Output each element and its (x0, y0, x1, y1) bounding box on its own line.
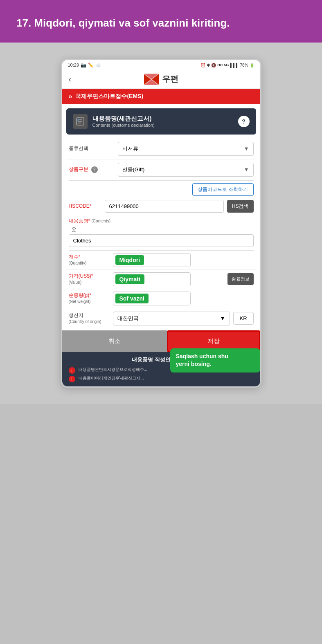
barcode-lookup-button[interactable]: 상품바코드로 조회하기 (192, 183, 253, 196)
contents-row: 내용품명* (Contents) 옷 (66, 216, 256, 250)
value-row: 가격(US$)* (Value) Qiymati 환율정보 (66, 270, 256, 289)
type-select-label: 종류선택 (69, 145, 118, 152)
country-label: 생산지 (Country of origin) (69, 312, 110, 325)
quantity-field-container: Miqdori (113, 253, 254, 267)
type-select-arrow-icon: ▼ (244, 146, 249, 152)
tooltip-text: Saqlash uchun shu yerni bosing. (176, 353, 228, 368)
save-button-container: 저장 Saqlash uchun shu yerni bosing. (167, 330, 260, 352)
camera-icon: 📷 (81, 63, 86, 68)
contents-field-label: 내용품명* (Contents) (69, 218, 111, 224)
weight-label: 순중량(g)* (Net weight) (69, 292, 110, 305)
type-select-control[interactable]: 비서류 ▼ (118, 142, 254, 156)
content-header-title: 내용품명(세관신고서) (92, 115, 155, 123)
country-row: 생산지 (Country of origin) 대한민국 ▼ KR (66, 308, 256, 329)
back-button[interactable]: ‹ (69, 74, 72, 84)
page-title: 17. Miqdori, qiymati va sof vaznini kiri… (16, 16, 306, 30)
status-bar: 10:29 📷 ✏️ ☁️ ⏰ ✱ 🔇 HD 5G ▌▌▌ 78% 🔋 (62, 60, 260, 70)
product-type-row: 상품구분 ? 선물(Gift) ▼ (66, 159, 256, 180)
product-type-select-box[interactable]: 선물(Gift) ▼ (118, 163, 254, 177)
product-type-arrow-icon: ▼ (244, 166, 249, 173)
status-left: 10:29 📷 ✏️ ☁️ (68, 63, 101, 68)
alarm-icon: ⏰ (200, 63, 205, 67)
value-label: 가격(US$)* (Value) (69, 273, 110, 285)
info-icon-1: i (69, 367, 75, 374)
cloud-icon: ☁️ (95, 63, 101, 68)
contents-required-mark: * (88, 218, 90, 224)
product-type-help-icon[interactable]: ? (91, 166, 98, 173)
contents-label-row: 내용품명* (Contents) (69, 218, 254, 224)
content-header: 내용품명(세관신고서) Contents (customs declaratio… (66, 108, 256, 135)
quantity-highlight-label: Miqdori (115, 255, 144, 265)
hd-icon: HD (217, 63, 223, 67)
header-banner: 17. Miqdori, qiymati va sof vaznini kiri… (0, 0, 322, 43)
bottom-info-item-2: i 내용품이여러개인경우'세관신고서... (69, 375, 254, 382)
weight-row: 순중량(g)* (Net weight) Sof vazni (66, 289, 256, 308)
section-header-label: 국제우편스마트접수(EMS) (75, 93, 143, 100)
post-logo-icon (144, 74, 159, 85)
save-tooltip: Saqlash uchun shu yerni bosing. (170, 348, 260, 372)
type-select-box[interactable]: 비서류 ▼ (118, 142, 254, 156)
battery-display: 78% (240, 63, 248, 67)
checklist-icon (73, 114, 88, 129)
country-code-display: KR (233, 312, 254, 325)
bottom-info-text-1: 내용품명은반드시영문으로작성해주... (79, 367, 147, 372)
app-name-label: 우편 (162, 74, 178, 85)
app-logo: 우편 (144, 74, 178, 85)
volume-icon: 🔇 (211, 63, 216, 67)
product-type-control[interactable]: 선물(Gift) ▼ (118, 163, 254, 177)
section-arrow-icon: » (69, 93, 72, 100)
info-icon-2: i (69, 376, 75, 382)
exchange-rate-button[interactable]: 환율정보 (227, 273, 254, 285)
korean-contents-label: 옷 (69, 225, 254, 234)
contents-input[interactable] (69, 234, 254, 247)
product-type-value: 선물(Gift) (122, 166, 145, 173)
weight-field-container: Sof vazni (113, 292, 254, 305)
help-button[interactable]: ? (238, 116, 250, 127)
content-header-subtitle: Contents (customs declaration) (92, 123, 155, 128)
content-header-text: 내용품명(세관신고서) Contents (customs declaratio… (92, 115, 155, 128)
signal-icon: ▌▌▌ (230, 63, 239, 67)
edit-icon: ✏️ (88, 63, 94, 68)
hscode-input[interactable] (105, 200, 224, 213)
quantity-row: 개수* (Quantity) Miqdori (66, 251, 256, 270)
barcode-row: 상품바코드로 조회하기 (66, 181, 256, 197)
section-header: » 국제우편스마트접수(EMS) (62, 89, 260, 104)
battery-icon: 🔋 (250, 63, 254, 67)
cancel-button[interactable]: 취소 (62, 330, 167, 352)
phone-mockup: 10:29 📷 ✏️ ☁️ ⏰ ✱ 🔇 HD 5G ▌▌▌ 78% 🔋 ‹ (61, 59, 261, 388)
status-right: ⏰ ✱ 🔇 HD 5G ▌▌▌ 78% 🔋 (200, 63, 254, 67)
value-highlight-label: Qiymati (115, 274, 144, 284)
hs-search-button[interactable]: HS검색 (227, 200, 254, 213)
form-area: 종류선택 비서류 ▼ 상품구분 ? 선물(Gift) ▼ (62, 139, 260, 329)
content-area: 10:29 📷 ✏️ ☁️ ⏰ ✱ 🔇 HD 5G ▌▌▌ 78% 🔋 ‹ (0, 43, 322, 404)
weight-highlight-label: Sof vazni (115, 294, 149, 303)
country-select-arrow-icon: ▼ (220, 315, 225, 321)
hscode-row: HSCODE* HS검색 (66, 197, 256, 216)
bluetooth-icon: ✱ (207, 63, 210, 67)
type-select-value: 비서류 (122, 145, 138, 153)
product-type-label: 상품구분 ? (69, 166, 118, 173)
hscode-required-mark: * (90, 203, 92, 209)
country-select-box[interactable]: 대한민국 ▼ (113, 312, 230, 325)
app-bar: ‹ 우편 (62, 70, 260, 89)
network-icon: 5G (224, 63, 229, 67)
type-select-row: 종류선택 비서류 ▼ (66, 139, 256, 159)
value-field-container: Qiymati (113, 272, 224, 286)
quantity-label: 개수* (Quantity) (69, 254, 110, 266)
bottom-info-text-2: 내용품이여러개인경우'세관신고서... (79, 375, 144, 381)
hscode-label: HSCODE* (69, 203, 101, 209)
time-display: 10:29 (68, 63, 79, 67)
country-select-value: 대한민국 (117, 315, 139, 322)
action-buttons: 취소 저장 Saqlash uchun shu yerni bosing. (62, 330, 260, 352)
